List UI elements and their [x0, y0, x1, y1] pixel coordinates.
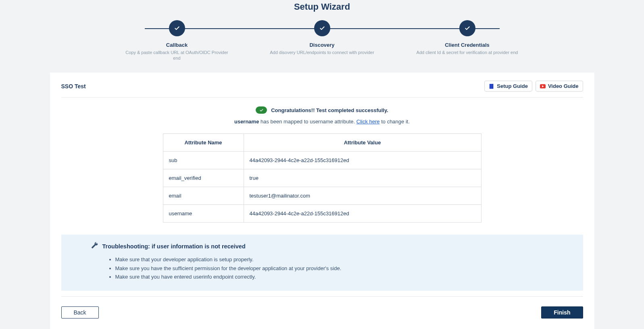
panel-title: SSO Test — [61, 83, 86, 90]
check-icon — [459, 20, 475, 36]
col-attr-value: Attribute Value — [244, 134, 481, 152]
youtube-icon — [540, 83, 546, 89]
mapping-change-link[interactable]: Click here — [356, 119, 380, 125]
setup-guide-button[interactable]: Setup Guide — [484, 81, 532, 92]
table-row: username 44a42093-2944-4c2e-a22d-155c316… — [163, 205, 481, 223]
troubleshoot-box: Troubleshooting: if user information is … — [61, 235, 583, 291]
check-icon — [314, 20, 330, 36]
step-desc: Add disovery URL/endpoints to connect wi… — [270, 50, 374, 55]
svg-rect-0 — [490, 83, 493, 88]
mapping-bold: username — [234, 119, 259, 125]
video-guide-button[interactable]: Video Guide — [536, 81, 583, 92]
step-desc: Copy & paste callback URL at OAuth/OIDC … — [125, 50, 229, 61]
step-desc: Add client Id & secret for verification … — [417, 50, 518, 55]
troubleshoot-item: Make sure that you have entered userinfo… — [115, 273, 573, 281]
step-title: Client Credentials — [445, 42, 490, 48]
divider — [61, 296, 583, 297]
troubleshoot-item: Make sure that your developer applicatio… — [115, 256, 573, 264]
troubleshoot-title: Troubleshooting: if user information is … — [102, 243, 246, 250]
col-attr-name: Attribute Name — [163, 134, 244, 152]
panel-header: SSO Test Setup Guide Video Guide — [61, 81, 583, 98]
sso-test-panel: SSO Test Setup Guide Video Guide Congrat… — [50, 73, 594, 329]
check-icon — [169, 20, 185, 36]
wrench-icon — [91, 242, 98, 251]
step-callback: Callback Copy & paste callback URL at OA… — [121, 20, 233, 61]
step-title: Callback — [166, 42, 188, 48]
stepper: Callback Copy & paste callback URL at OA… — [121, 20, 524, 60]
mapping-text: username has been mapped to username att… — [61, 119, 583, 125]
cell-value: true — [244, 169, 481, 187]
cell-name: username — [163, 205, 244, 223]
troubleshoot-item: Make sure you have the sufficient permis… — [115, 264, 573, 273]
svg-rect-1 — [493, 83, 494, 88]
back-button[interactable]: Back — [61, 306, 99, 319]
attributes-table: Attribute Name Attribute Value sub 44a42… — [163, 133, 481, 223]
step-title: Discovery — [309, 42, 334, 48]
cell-value: testuser1@mailinator.com — [244, 187, 481, 205]
mapping-suffix: to change it. — [380, 119, 410, 125]
book-icon — [489, 83, 494, 89]
cell-name: email_verified — [163, 169, 244, 187]
table-row: email testuser1@mailinator.com — [163, 187, 481, 205]
cell-name: email — [163, 187, 244, 205]
cell-value: 44a42093-2944-4c2e-a22d-155c316912ed — [244, 152, 481, 169]
step-credentials: Client Credentials Add client Id & secre… — [411, 20, 524, 61]
setup-guide-label: Setup Guide — [497, 83, 528, 89]
video-guide-label: Video Guide — [548, 83, 579, 89]
cell-value: 44a42093-2944-4c2e-a22d-155c316912ed — [244, 205, 481, 223]
step-discovery: Discovery Add disovery URL/endpoints to … — [266, 20, 379, 61]
table-row: sub 44a42093-2944-4c2e-a22d-155c316912ed — [163, 152, 481, 169]
mapping-middle: has been mapped to username attribute. — [259, 119, 356, 125]
success-text: Congratulations!! Test completed success… — [271, 107, 388, 113]
success-check-icon — [256, 106, 267, 114]
finish-button[interactable]: Finish — [541, 306, 583, 319]
table-row: email_verified true — [163, 169, 481, 187]
cell-name: sub — [163, 152, 244, 169]
success-banner: Congratulations!! Test completed success… — [61, 106, 583, 114]
wizard-title: Setup Wizard — [0, 0, 644, 20]
